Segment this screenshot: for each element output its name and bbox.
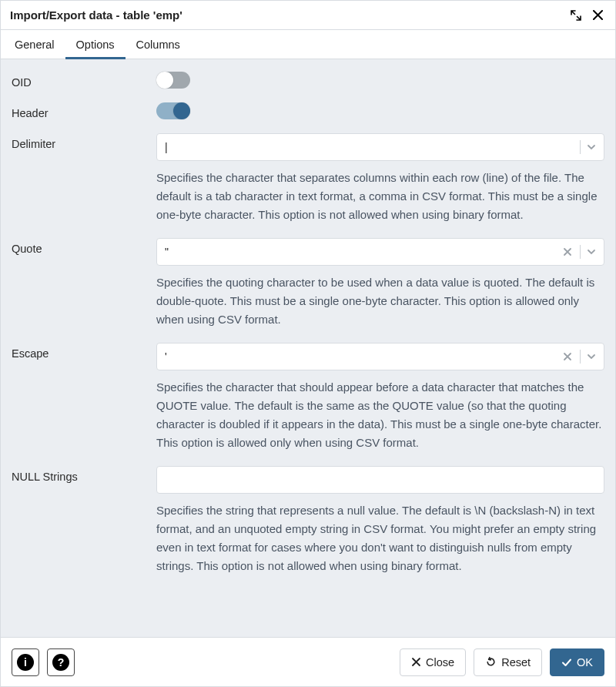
options-panel: OID Header Delimiter | Specifie xyxy=(1,59,615,637)
quote-value: " xyxy=(165,246,561,258)
import-export-dialog: Import/Export data - table 'emp' General… xyxy=(0,0,616,687)
escape-value: ' xyxy=(165,350,561,363)
help-icon: ? xyxy=(52,654,69,671)
titlebar: Import/Export data - table 'emp' xyxy=(1,1,615,30)
info-button[interactable]: i xyxy=(12,648,39,676)
escape-help: Specifies the character that should appe… xyxy=(156,378,604,452)
escape-select[interactable]: ' xyxy=(156,343,604,370)
close-button[interactable]: Close xyxy=(400,648,466,676)
oid-label: OID xyxy=(12,72,156,89)
tab-columns[interactable]: Columns xyxy=(126,30,191,59)
escape-label: Escape xyxy=(12,343,156,360)
chevron-down-icon[interactable] xyxy=(587,142,596,152)
delimiter-select[interactable]: | xyxy=(156,133,604,161)
chevron-down-icon[interactable] xyxy=(587,247,596,256)
header-toggle[interactable] xyxy=(156,102,190,119)
null-strings-label: NULL Strings xyxy=(12,466,156,483)
dialog-title: Import/Export data - table 'emp' xyxy=(10,8,563,22)
x-icon xyxy=(411,657,421,667)
ok-button[interactable]: OK xyxy=(550,648,604,676)
clear-icon[interactable] xyxy=(561,247,574,256)
close-icon[interactable] xyxy=(589,7,606,24)
help-button[interactable]: ? xyxy=(47,648,75,676)
tab-options[interactable]: Options xyxy=(65,30,126,59)
chevron-down-icon[interactable] xyxy=(587,352,596,361)
oid-toggle[interactable] xyxy=(156,72,190,89)
tab-general[interactable]: General xyxy=(4,30,65,59)
close-button-label: Close xyxy=(426,656,454,669)
clear-icon[interactable] xyxy=(561,352,574,361)
footer: i ? Close Reset OK xyxy=(1,637,615,686)
expand-icon[interactable] xyxy=(567,7,584,24)
null-strings-help: Specifies the string that represents a n… xyxy=(156,501,604,575)
reset-button[interactable]: Reset xyxy=(474,648,542,676)
quote-select[interactable]: " xyxy=(156,238,604,266)
tabs: General Options Columns xyxy=(1,30,615,59)
info-icon: i xyxy=(17,654,34,671)
quote-label: Quote xyxy=(12,238,156,255)
reset-icon xyxy=(485,656,497,668)
delimiter-label: Delimiter xyxy=(12,133,156,150)
null-strings-input[interactable] xyxy=(156,466,604,494)
delimiter-help: Specifies the character that separates c… xyxy=(156,169,604,224)
delimiter-value: | xyxy=(165,141,574,153)
check-icon xyxy=(561,657,572,668)
header-label: Header xyxy=(12,102,156,119)
quote-help: Specifies the quoting character to be us… xyxy=(156,273,604,329)
ok-button-label: OK xyxy=(577,656,593,669)
reset-button-label: Reset xyxy=(501,656,531,669)
